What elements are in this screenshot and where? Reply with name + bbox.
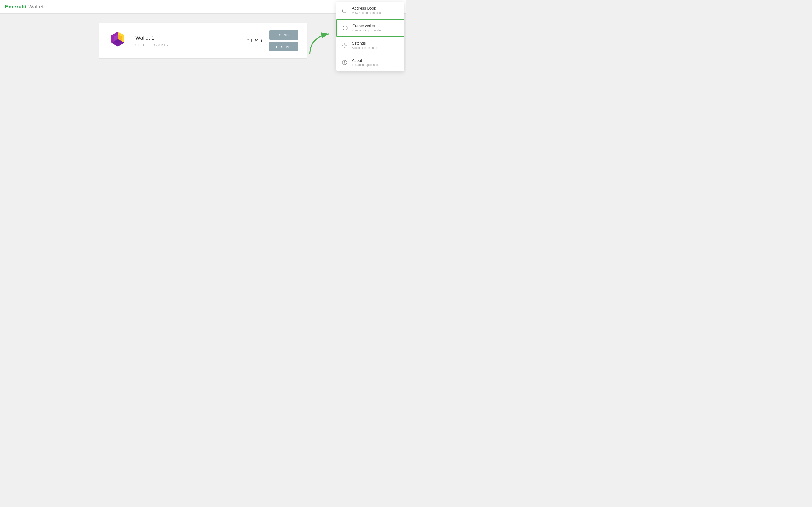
create-wallet-title: Create wallet [352,24,382,28]
address-book-icon [341,7,348,14]
about-title: About [352,58,379,63]
app-name-emerald: Emerald [5,4,27,10]
svg-rect-6 [343,8,346,12]
wallet-card: Wallet 1 0 ETH 0 ETC 0 BTC 0 USD SEND RE… [99,23,307,58]
menu-item-settings[interactable]: Settings Application settings [337,37,404,54]
wallet-logo [108,31,128,51]
wallet-balances: 0 ETH 0 ETC 0 BTC [135,43,247,47]
about-subtitle: Info about application [352,63,379,67]
settings-subtitle: Application settings [352,46,377,50]
dropdown-menu: Address Book View and edit contacts Crea… [337,2,404,71]
menu-item-create-wallet[interactable]: Create wallet Create or import wallet [337,19,404,37]
about-icon [341,59,348,66]
address-book-text: Address Book View and edit contacts [352,6,381,14]
svg-point-18 [344,61,345,62]
send-button[interactable]: SEND [269,31,298,40]
address-book-subtitle: View and edit contacts [352,11,381,14]
wallet-usd-balance: 0 USD [247,38,262,44]
wallet-name: Wallet 1 [135,35,247,41]
menu-item-about[interactable]: About Info about application [337,54,404,71]
app-title: Emerald Wallet [5,4,44,10]
create-wallet-icon [342,24,349,32]
settings-icon [341,42,348,49]
svg-point-16 [344,45,345,46]
settings-title: Settings [352,41,377,46]
wallet-info: Wallet 1 0 ETH 0 ETC 0 BTC [135,35,247,47]
address-book-title: Address Book [352,6,381,11]
menu-item-address-book[interactable]: Address Book View and edit contacts [337,2,404,19]
settings-text: Settings Application settings [352,41,377,50]
app-name-wallet: Wallet [27,4,44,10]
wallet-actions: SEND RECEIVE [269,31,298,51]
receive-button[interactable]: RECEIVE [269,42,298,51]
create-wallet-subtitle: Create or import wallet [352,29,382,32]
create-wallet-text: Create wallet Create or import wallet [352,24,382,32]
about-text: About Info about application [352,58,379,67]
